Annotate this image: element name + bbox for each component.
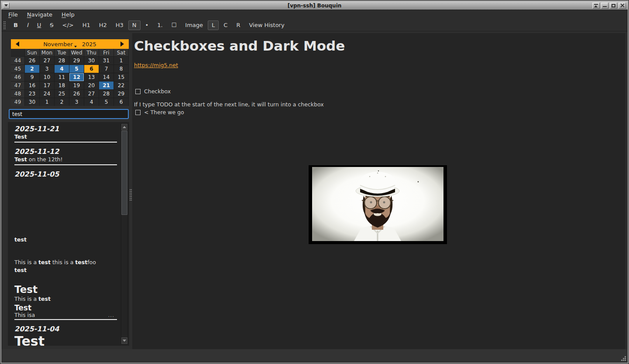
splitter-handle-icon[interactable]	[130, 189, 132, 201]
calendar-day[interactable]: 15	[114, 73, 128, 81]
calendar-day[interactable]: 6	[114, 98, 128, 106]
calendar-day[interactable]: 19	[69, 82, 84, 89]
numbered-list-button[interactable]: 1.	[153, 20, 166, 30]
todo-row-2[interactable]: < There we go	[135, 109, 621, 116]
checkbox-unchecked-icon[interactable]	[135, 89, 141, 94]
calendar-day[interactable]: 7	[99, 65, 113, 73]
shade-button[interactable]	[592, 3, 600, 9]
minimize-icon	[603, 6, 607, 7]
maximize-button[interactable]	[610, 3, 617, 9]
align-right-button[interactable]: R	[232, 20, 244, 30]
calendar-day[interactable]: 16	[25, 82, 39, 89]
note-editor[interactable]: Checkboxes and Dark Mode https://mig5.ne…	[132, 33, 626, 349]
window-title: [vpn-ssh] Bouquin	[1, 3, 628, 9]
results-scrollbar[interactable]	[121, 123, 128, 344]
search-results-list[interactable]: 2025-11-21Test2025-11-12Test on the 12th…	[8, 122, 129, 346]
calendar-day[interactable]: 26	[69, 90, 84, 98]
calendar-day[interactable]: 27	[84, 90, 99, 98]
scroll-down-button[interactable]	[121, 337, 127, 344]
calendar-day[interactable]: 22	[114, 82, 128, 89]
calendar-day[interactable]: 25	[55, 90, 69, 98]
scrollbar-track[interactable]	[121, 130, 127, 337]
calendar-next-month-icon[interactable]	[120, 41, 124, 47]
resize-grip-icon[interactable]	[621, 356, 626, 361]
calendar-day[interactable]: 29	[114, 90, 128, 98]
view-history-button[interactable]: View History	[245, 20, 288, 30]
checkbox-unchecked-icon[interactable]	[135, 110, 141, 115]
calendar-day[interactable]: 31	[99, 57, 113, 65]
close-icon	[620, 3, 624, 7]
calendar-day[interactable]: 3	[40, 65, 54, 73]
week-number: 48	[11, 90, 24, 98]
calendar-prev-month-icon[interactable]	[16, 41, 19, 47]
calendar-day[interactable]: 28	[99, 90, 113, 98]
window-menu-button[interactable]	[3, 3, 10, 9]
pane-splitter[interactable]	[129, 33, 132, 349]
calendar-day[interactable]: 5	[99, 98, 113, 106]
window-controls	[592, 3, 626, 9]
image-button[interactable]: Image	[181, 20, 207, 30]
calendar-day[interactable]: 6	[84, 65, 99, 73]
calendar-day[interactable]: 11	[55, 73, 69, 81]
result-text: Test	[14, 134, 114, 140]
calendar-day[interactable]: 2	[55, 98, 69, 106]
checkbox-list-button[interactable]: ☐	[168, 20, 181, 30]
calendar-day-header: Tue	[55, 49, 69, 56]
calendar-day[interactable]: 4	[55, 65, 69, 73]
calendar-day[interactable]: 28	[55, 57, 69, 65]
menu-file[interactable]: File	[6, 10, 21, 19]
calendar-day[interactable]: 4	[84, 98, 99, 106]
calendar-day[interactable]: 1	[114, 57, 128, 65]
calendar-day[interactable]: 13	[84, 73, 99, 81]
content-area: November 2025 SunMonTueWedThuFriSat44262…	[1, 31, 628, 349]
calendar-day[interactable]: 9	[25, 73, 39, 81]
menu-navigate[interactable]: Navigate	[24, 10, 55, 19]
calendar-day[interactable]: 24	[40, 90, 54, 98]
calendar-day[interactable]: 3	[69, 98, 84, 106]
bold-button[interactable]: B	[10, 20, 22, 30]
calendar-day[interactable]: 1	[40, 98, 54, 106]
heading1-button[interactable]: H1	[79, 20, 94, 30]
calendar-day[interactable]: 10	[40, 73, 54, 81]
calendar-day[interactable]: 27	[40, 57, 54, 65]
calendar-day[interactable]: 26	[25, 57, 39, 65]
week-number: 49	[11, 98, 24, 106]
calendar-day[interactable]: 29	[69, 57, 84, 65]
heading3-button[interactable]: H3	[112, 20, 127, 30]
align-center-button[interactable]: C	[220, 20, 231, 30]
calendar-day[interactable]: 14	[99, 73, 113, 81]
calendar-year-dropdown[interactable]: 2025	[82, 41, 96, 48]
italic-button[interactable]: I	[23, 20, 32, 30]
calendar-day[interactable]: 23	[25, 90, 39, 98]
calendar-day[interactable]: 2	[25, 65, 39, 73]
menu-help[interactable]: Help	[59, 10, 77, 19]
titlebar[interactable]: [vpn-ssh] Bouquin	[1, 1, 628, 10]
close-button[interactable]	[619, 3, 626, 9]
todo-row-1[interactable]: Checkbox	[135, 88, 621, 95]
normal-text-button[interactable]: N	[128, 20, 141, 30]
calendar-day[interactable]: 8	[114, 65, 128, 73]
toolbar-drag-handle-icon[interactable]	[3, 21, 6, 29]
strikethrough-button[interactable]: S	[46, 20, 57, 30]
calendar-day[interactable]: 30	[84, 57, 99, 65]
align-left-button[interactable]: L	[208, 20, 219, 30]
result-heading: Test	[14, 304, 114, 312]
calendar-day[interactable]: 30	[25, 98, 39, 106]
scrollbar-thumb[interactable]	[121, 131, 127, 215]
bullet-list-button[interactable]: •	[141, 20, 153, 30]
scroll-up-button[interactable]	[121, 124, 127, 130]
heading2-button[interactable]: H2	[95, 20, 111, 30]
calendar-day[interactable]: 5	[69, 65, 84, 73]
calendar-day[interactable]: 21	[99, 82, 113, 89]
result-text: This is a test this is a testfoo	[14, 259, 114, 265]
code-button[interactable]: </>	[58, 20, 78, 30]
calendar-day[interactable]: 18	[55, 82, 69, 89]
calendar-month-dropdown[interactable]: November	[43, 41, 77, 48]
calendar-day[interactable]: 20	[84, 82, 99, 89]
underline-button[interactable]: U	[33, 20, 45, 30]
search-input[interactable]	[9, 109, 129, 119]
calendar-day[interactable]: 17	[40, 82, 54, 89]
minimize-button[interactable]	[601, 3, 608, 9]
calendar-day[interactable]: 12	[69, 73, 84, 81]
note-link[interactable]: https://mig5.net	[134, 62, 178, 68]
